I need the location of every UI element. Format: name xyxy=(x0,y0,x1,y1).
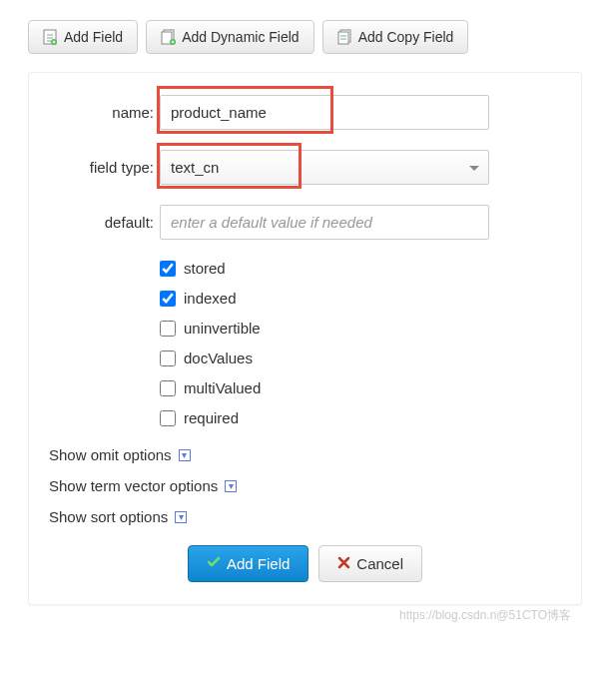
document-plus-icon xyxy=(43,29,57,45)
field-type-select-wrap: text_cn xyxy=(160,150,489,185)
documents-plus-icon xyxy=(161,29,175,45)
docvalues-checkbox[interactable] xyxy=(160,350,176,366)
default-label: default: xyxy=(49,214,154,231)
stored-checkbox-row[interactable]: stored xyxy=(160,260,561,277)
field-type-select[interactable]: text_cn xyxy=(160,150,489,185)
checkbox-list: stored indexed uninvertible docValues mu… xyxy=(160,260,561,426)
field-type-row: field type: text_cn xyxy=(49,150,561,185)
add-copy-field-label: Add Copy Field xyxy=(358,29,454,45)
show-term-vector-options[interactable]: Show term vector options ▾ xyxy=(49,477,561,494)
indexed-label: indexed xyxy=(184,290,237,307)
required-checkbox-row[interactable]: required xyxy=(160,409,561,426)
default-input[interactable] xyxy=(160,205,489,240)
cancel-label: Cancel xyxy=(356,555,403,572)
default-row: default: xyxy=(49,205,561,240)
uninvertible-checkbox-row[interactable]: uninvertible xyxy=(160,320,561,337)
field-type-label: field type: xyxy=(49,159,154,176)
required-label: required xyxy=(184,409,239,426)
submit-add-field-button[interactable]: Add Field xyxy=(188,545,308,582)
show-term-vector-label: Show term vector options xyxy=(49,477,218,494)
close-icon xyxy=(337,555,350,572)
multivalued-label: multiValued xyxy=(184,379,261,396)
check-icon xyxy=(207,555,221,572)
docvalues-checkbox-row[interactable]: docValues xyxy=(160,350,561,366)
add-copy-field-button[interactable]: Add Copy Field xyxy=(322,20,469,54)
expand-down-icon: ▾ xyxy=(179,449,191,461)
action-button-row: Add Field Cancel xyxy=(49,545,561,582)
add-field-form: name: field type: text_cn default: store… xyxy=(28,72,582,605)
stored-checkbox[interactable] xyxy=(160,261,176,277)
multivalued-checkbox[interactable] xyxy=(160,380,176,396)
show-omit-label: Show omit options xyxy=(49,446,172,463)
show-sort-label: Show sort options xyxy=(49,508,168,525)
multivalued-checkbox-row[interactable]: multiValued xyxy=(160,379,561,396)
expand-down-icon: ▾ xyxy=(175,511,187,523)
docvalues-label: docValues xyxy=(184,350,253,366)
svg-rect-6 xyxy=(338,32,348,44)
add-dynamic-field-label: Add Dynamic Field xyxy=(182,29,300,45)
field-type-value: text_cn xyxy=(171,159,219,176)
name-input[interactable] xyxy=(160,95,489,130)
name-label: name: xyxy=(49,104,154,121)
uninvertible-label: uninvertible xyxy=(184,320,261,337)
documents-copy-icon xyxy=(337,29,351,45)
indexed-checkbox[interactable] xyxy=(160,291,176,307)
show-omit-options[interactable]: Show omit options ▾ xyxy=(49,446,561,463)
required-checkbox[interactable] xyxy=(160,410,176,426)
cancel-button[interactable]: Cancel xyxy=(318,545,422,582)
add-field-button[interactable]: Add Field xyxy=(28,20,138,54)
show-sort-options[interactable]: Show sort options ▾ xyxy=(49,508,561,525)
add-dynamic-field-button[interactable]: Add Dynamic Field xyxy=(146,20,314,54)
uninvertible-checkbox[interactable] xyxy=(160,321,176,337)
indexed-checkbox-row[interactable]: indexed xyxy=(160,290,561,307)
add-field-label: Add Field xyxy=(64,29,123,45)
stored-label: stored xyxy=(184,260,226,277)
expand-down-icon: ▾ xyxy=(225,480,237,492)
submit-label: Add Field xyxy=(227,555,290,572)
name-row: name: xyxy=(49,95,561,130)
top-button-bar: Add Field Add Dynamic Field Add Copy Fie… xyxy=(28,20,582,54)
watermark-text: https://blog.csdn.n@51CTO博客 xyxy=(399,607,571,624)
